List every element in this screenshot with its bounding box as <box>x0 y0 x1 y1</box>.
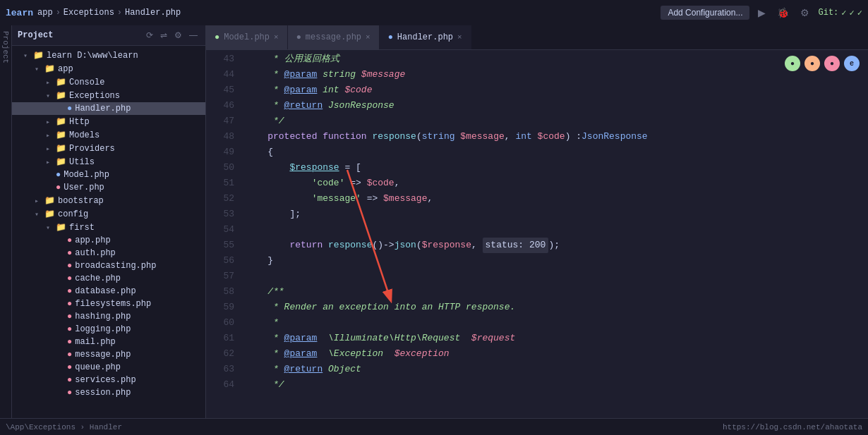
browser-dot-e: e <box>844 56 860 71</box>
editor-area: ● Model.php × ● message.php × ● Handler.… <box>206 25 868 418</box>
broadcasting-php-icon: ● <box>67 261 72 271</box>
code-line-59: * Render an exception into an HTTP respo… <box>246 300 868 315</box>
tab-handler[interactable]: ● Handler.php × <box>380 25 471 49</box>
database-php-icon: ● <box>67 286 72 296</box>
code-line-60: * <box>246 315 868 331</box>
code-line-50: $response = [ <box>246 160 868 176</box>
git-check-1: ✓ <box>841 8 846 18</box>
sidebar-gear-button[interactable]: ⚙ <box>172 30 184 41</box>
tree-first[interactable]: ▾ 📁 first <box>12 221 205 234</box>
tree-bootstrap[interactable]: ▸ 📁 bootstrap <box>12 194 205 207</box>
code-line-52: 'message' => $message, <box>246 191 868 207</box>
project-tab[interactable]: Project <box>0 25 12 418</box>
sidebar-actions: ⟳ ⇌ ⚙ — <box>144 30 200 41</box>
tab-model[interactable]: ● Model.php × <box>206 25 288 49</box>
queue-php-icon: ● <box>67 362 72 372</box>
tab-model-label: Model.php <box>224 32 270 42</box>
sidebar-collapse-button[interactable]: — <box>187 30 200 41</box>
tree-session-php[interactable]: ● session.php <box>12 386 205 399</box>
breadcrumb-exceptions: Exceptions <box>64 8 114 18</box>
message-tab-icon: ● <box>296 32 301 42</box>
tree-app[interactable]: ▾ 📁 app <box>12 62 205 75</box>
git-status: Git: ✓ ✓ ✓ <box>818 8 862 18</box>
model-tab-icon: ● <box>215 32 219 42</box>
handler-tab-icon: ● <box>388 32 393 42</box>
code-line-54 <box>246 222 868 238</box>
tree-user-php[interactable]: ● User.php <box>12 181 205 194</box>
tab-handler-label: Handler.php <box>397 32 453 42</box>
breadcrumb-handler: Handler.php <box>125 8 181 18</box>
code-line-63: * @return Object <box>246 362 868 377</box>
tab-handler-close[interactable]: × <box>457 33 462 42</box>
tab-message-label: message.php <box>306 32 361 42</box>
main-layout: Project Project ⟳ ⇌ ⚙ — ▾ 📁 learn D:\www… <box>0 25 868 418</box>
tree-hashing-php[interactable]: ● hashing.php <box>12 310 205 323</box>
debug-button[interactable]: 🐞 <box>774 6 792 20</box>
tree-cache-php[interactable]: ● cache.php <box>12 272 205 285</box>
code-line-47: */ <box>246 114 868 129</box>
tree-models[interactable]: ▸ 📁 Models <box>12 128 205 142</box>
code-line-48: protected function response(string $mess… <box>246 129 868 145</box>
line-numbers: 43 44 45 46 47 48 49 50 51 52 53 54 55 5… <box>206 50 240 418</box>
add-configuration-button[interactable]: Add Configuration... <box>661 6 749 20</box>
tree-database-php[interactable]: ● database.php <box>12 285 205 298</box>
sidebar-sync-button[interactable]: ⟳ <box>144 30 155 41</box>
code-line-44: * @param string $message <box>246 67 868 82</box>
sidebar-tree: ▾ 📁 learn D:\www\learn ▾ 📁 app ▸ 📁 Conso… <box>12 46 205 418</box>
browser-dot-green: ● <box>785 56 800 71</box>
breadcrumb-app: app <box>37 8 53 18</box>
session-php-icon: ● <box>67 388 72 398</box>
tree-console[interactable]: ▸ 📁 Console <box>12 75 205 89</box>
tree-exceptions[interactable]: ▾ 📁 Exceptions <box>12 89 205 102</box>
auth-php-icon: ● <box>67 248 72 258</box>
code-editor[interactable]: ● ● ● e 43 44 45 46 47 48 49 50 51 52 53… <box>206 50 868 418</box>
model-php-icon: ● <box>56 170 61 180</box>
tree-broadcasting-php[interactable]: ● broadcasting.php <box>12 259 205 272</box>
tree-root[interactable]: ▾ 📁 learn D:\www\learn <box>12 49 205 62</box>
status-breadcrumb: \App\Exceptions › Handler <box>6 423 723 431</box>
sidebar: Project ⟳ ⇌ ⚙ — ▾ 📁 learn D:\www\learn ▾… <box>12 25 206 418</box>
app-php-icon: ● <box>67 235 72 245</box>
tree-filesystems-php[interactable]: ● filesystems.php <box>12 298 205 310</box>
tree-logging-php[interactable]: ● logging.php <box>12 323 205 336</box>
settings-button[interactable]: ⚙ <box>797 6 812 20</box>
tree-utils[interactable]: ▸ 📁 Utils <box>12 155 205 169</box>
sidebar-split-button[interactable]: ⇌ <box>158 30 169 41</box>
browser-dot-orange: ● <box>804 56 820 71</box>
logging-php-icon: ● <box>67 324 72 334</box>
hashing-php-icon: ● <box>67 312 72 321</box>
browser-dot-red: ● <box>824 56 840 71</box>
code-line-43: * 公用返回格式 <box>246 51 868 67</box>
code-line-45: * @param int $code <box>246 82 868 98</box>
tree-http[interactable]: ▸ 📁 Http <box>12 115 205 128</box>
code-line-46: * @return JsonResponse <box>246 98 868 114</box>
tree-config[interactable]: ▾ 📁 config <box>12 207 205 221</box>
mail-php-icon: ● <box>67 337 72 347</box>
tree-providers[interactable]: ▸ 📁 Providers <box>12 142 205 155</box>
git-check-3: ✓ <box>857 8 862 18</box>
tree-message-php[interactable]: ● message.php <box>12 348 205 361</box>
tree-services-php[interactable]: ● services.php <box>12 374 205 386</box>
tree-auth-php[interactable]: ● auth.php <box>12 247 205 259</box>
filesystems-php-icon: ● <box>67 299 72 309</box>
code-line-62: * @param \Exception $exception <box>246 346 868 362</box>
tab-message-close[interactable]: × <box>366 33 370 42</box>
title-breadcrumb: app › Exceptions › Handler.php <box>37 8 181 18</box>
run-button[interactable]: ▶ <box>755 6 768 20</box>
code-line-53: ]; <box>246 207 868 222</box>
message-php-icon: ● <box>67 350 72 360</box>
tab-model-close[interactable]: × <box>274 33 279 42</box>
tree-handler-php[interactable]: ● Handler.php <box>12 102 205 115</box>
code-line-49: { <box>246 145 868 160</box>
tree-queue-php[interactable]: ● queue.php <box>12 361 205 374</box>
services-php-icon: ● <box>67 375 72 385</box>
tree-model-php[interactable]: ● Model.php <box>12 169 205 181</box>
code-line-61: * @param \Illuminate\Http\Request $reque… <box>246 331 868 346</box>
git-label: Git: <box>818 8 838 18</box>
tab-message[interactable]: ● message.php × <box>288 25 380 49</box>
browser-dots-overlay: ● ● ● e <box>785 56 860 71</box>
tree-app-php[interactable]: ● app.php <box>12 234 205 247</box>
status-url: https://blog.csdn.net/ahaotata <box>723 423 862 431</box>
tree-mail-php[interactable]: ● mail.php <box>12 336 205 348</box>
code-content[interactable]: * 公用返回格式 * @param string $message * @par… <box>240 50 868 418</box>
